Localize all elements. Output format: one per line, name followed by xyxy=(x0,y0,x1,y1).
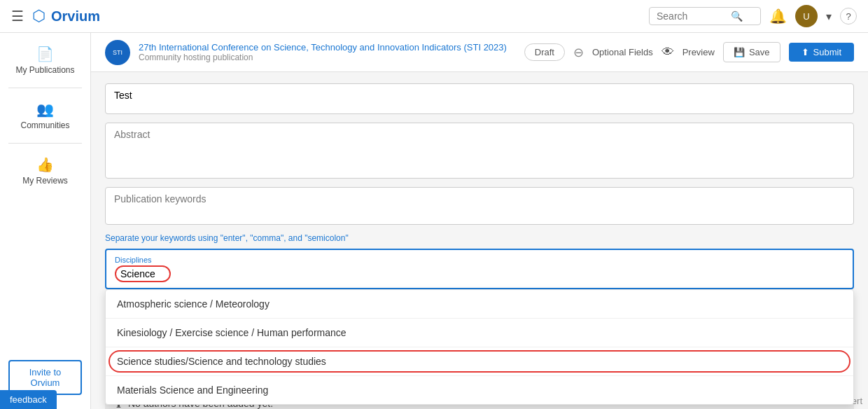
communities-icon: 👥 xyxy=(36,101,54,118)
conference-title[interactable]: 27th International Conference on Science… xyxy=(139,42,516,53)
main-content: STI 27th International Conference on Sci… xyxy=(91,33,868,409)
layout: 📄 My Publications 👥 Communities 👍 My Rev… xyxy=(0,33,868,409)
draft-button[interactable]: Draft xyxy=(524,43,565,61)
disciplines-field[interactable]: Disciplines xyxy=(105,249,854,289)
top-nav: ☰ ⬡ Orvium 🔍 🔔 U ▾ ? xyxy=(0,0,868,33)
submit-button[interactable]: ⬆ Submit xyxy=(789,43,854,62)
avatar-initials: U xyxy=(803,11,809,22)
preview-eye-icon[interactable]: 👁 xyxy=(662,45,674,60)
dropdown-item-kine-label: Kinesiology / Exercise science / Human p… xyxy=(117,327,346,338)
disciplines-input[interactable] xyxy=(120,268,162,279)
dropdown-item-sci-studies[interactable]: Science studies/Science and technology s… xyxy=(106,347,853,376)
avatar-chevron-icon[interactable]: ▾ xyxy=(826,10,832,23)
sub-header: STI 27th International Conference on Sci… xyxy=(91,33,868,72)
sidebar-item-publications-label: My Publications xyxy=(15,65,74,75)
test-input[interactable] xyxy=(114,90,845,101)
submit-label: Submit xyxy=(813,47,841,57)
sidebar-divider-2 xyxy=(8,143,82,144)
feedback-button[interactable]: feedback xyxy=(0,390,57,409)
disciplines-label: Disciplines xyxy=(115,256,844,264)
logo-text: Orvium xyxy=(51,8,100,25)
disciplines-wrapper: Disciplines Atmospheric science / Meteor… xyxy=(105,249,854,289)
test-field[interactable] xyxy=(105,83,854,114)
abstract-input[interactable] xyxy=(114,129,845,140)
help-icon[interactable]: ? xyxy=(840,8,857,25)
dropdown-item-kine[interactable]: Kinesiology / Exercise science / Human p… xyxy=(106,319,853,347)
dropdown-item-atmo[interactable]: Atmospheric science / Meteorology xyxy=(106,290,853,319)
abstract-field[interactable] xyxy=(105,123,854,179)
publications-icon: 📄 xyxy=(36,46,54,62)
save-icon: 💾 xyxy=(734,47,745,57)
sidebar-divider xyxy=(8,88,82,88)
sidebar-item-communities-label: Communities xyxy=(20,120,69,130)
conference-subtitle: Community hosting publication xyxy=(139,53,516,62)
preview-label[interactable]: Preview xyxy=(682,47,715,57)
sidebar-item-reviews[interactable]: 👍 My Reviews xyxy=(0,149,90,193)
save-button[interactable]: 💾 Save xyxy=(723,42,780,62)
reviews-icon: 👍 xyxy=(36,156,54,173)
avatar[interactable]: U xyxy=(795,5,818,27)
logo: ⬡ Orvium xyxy=(32,7,100,25)
keywords-field[interactable] xyxy=(105,187,854,225)
conference-info: 27th International Conference on Science… xyxy=(139,42,516,62)
sidebar-item-communities[interactable]: 👥 Communities xyxy=(0,94,90,137)
sidebar-item-reviews-label: My Reviews xyxy=(22,176,68,186)
dropdown-item-materials-label: Materials Science and Engineering xyxy=(117,384,268,396)
optional-fields-label: Optional Fields xyxy=(592,47,653,57)
disciplines-dropdown: Atmospheric science / Meteorology Kinesi… xyxy=(105,289,854,405)
search-icon: 🔍 xyxy=(731,11,743,22)
sidebar-item-publications[interactable]: 📄 My Publications xyxy=(0,39,90,82)
dropdown-item-atmo-label: Atmospheric science / Meteorology xyxy=(117,298,270,310)
save-label: Save xyxy=(749,47,770,57)
conference-icon: STI xyxy=(105,40,130,65)
logo-icon: ⬡ xyxy=(32,7,46,25)
search-input[interactable] xyxy=(657,11,727,22)
dropdown-item-sci-studies-label: Science studies/Science and technology s… xyxy=(117,356,326,367)
form-area: Separate your keywords using "enter", "c… xyxy=(91,72,868,409)
keywords-hint: Separate your keywords using "enter", "c… xyxy=(105,233,854,243)
conf-icon-abbr: STI xyxy=(113,49,122,56)
minus-icon[interactable]: ⊖ xyxy=(573,45,584,60)
dropdown-item-materials[interactable]: Materials Science and Engineering xyxy=(106,376,853,404)
sidebar: 📄 My Publications 👥 Communities 👍 My Rev… xyxy=(0,33,91,409)
keywords-input[interactable] xyxy=(114,193,845,204)
hamburger-icon[interactable]: ☰ xyxy=(11,8,24,25)
upload-icon: ⬆ xyxy=(802,47,809,57)
notification-bell-icon[interactable]: 🔔 xyxy=(769,8,787,25)
search-bar[interactable]: 🔍 xyxy=(649,7,761,25)
